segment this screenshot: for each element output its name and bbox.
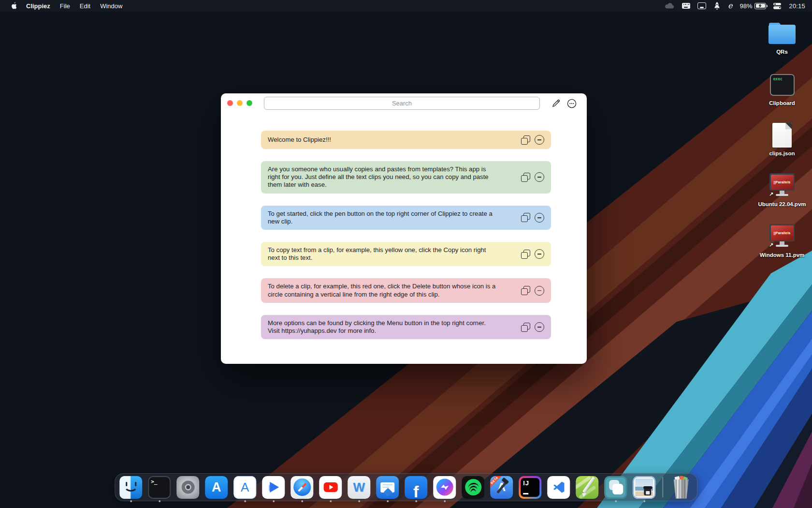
delete-button[interactable] xyxy=(535,172,544,182)
menu-window[interactable]: Window xyxy=(100,2,122,10)
clip-list: Welcome to Clippiez!!! Are you someone w… xyxy=(261,131,551,339)
delete-button[interactable] xyxy=(535,286,544,296)
running-indicator-dot xyxy=(273,500,275,502)
search-input[interactable] xyxy=(264,97,540,110)
system-settings-icon xyxy=(176,476,199,499)
feye-decor xyxy=(135,482,136,486)
delete-button[interactable] xyxy=(535,322,544,332)
dock-item-vscode[interactable] xyxy=(547,476,570,499)
circle-decor xyxy=(569,103,570,104)
menu-edit[interactable]: Edit xyxy=(80,2,90,10)
exec-file-icon: exec xyxy=(770,74,795,96)
dock: >_AAWfABETAIJ xyxy=(115,473,697,501)
desktop-icon-clipboard[interactable]: exec Clipboard xyxy=(753,71,811,106)
new-clip-pen-button[interactable] xyxy=(549,97,563,110)
spotify-icon xyxy=(462,476,484,499)
exec-text-decor: exec xyxy=(773,77,783,81)
dock-item-finder[interactable] xyxy=(119,476,142,499)
delete-button[interactable] xyxy=(535,213,544,223)
vm-base-decor xyxy=(776,245,788,247)
dock-item-clippiez[interactable] xyxy=(604,476,627,499)
menu-file[interactable]: File xyxy=(60,2,70,10)
menu-bar-status: e 98% 20:15 xyxy=(665,2,812,10)
copy-button[interactable] xyxy=(521,213,530,222)
clip-card-1: Welcome to Clippiez!!! xyxy=(261,131,551,149)
cloud-status-icon[interactable] xyxy=(665,2,675,9)
dock-item-terminal[interactable]: >_ xyxy=(148,476,171,499)
dock-item-trash[interactable] xyxy=(670,476,693,499)
battery-percent: 98% xyxy=(740,2,752,10)
c2-decor xyxy=(773,6,781,9)
svg-decor xyxy=(10,2,16,10)
keyboard-status-icon[interactable] xyxy=(682,3,690,9)
fbody-decor xyxy=(768,25,796,44)
dock-item-facebook[interactable]: f xyxy=(405,476,427,499)
desktop-icon-qrs[interactable]: QRs xyxy=(753,19,811,55)
vm-red-decor: ||Parallels xyxy=(771,225,794,240)
dock-item-safari[interactable] xyxy=(290,476,313,499)
close-button[interactable] xyxy=(227,100,233,106)
copy-button[interactable] xyxy=(521,173,530,182)
display-status-icon[interactable] xyxy=(697,2,706,9)
copy-button[interactable] xyxy=(521,250,530,259)
trash-icon xyxy=(670,476,693,499)
dock-item-app-store[interactable]: A xyxy=(205,476,228,499)
desktop-icon-clips-json[interactable]: clips.json xyxy=(753,121,811,156)
menu-ellipsis-button[interactable] xyxy=(565,97,579,110)
battery-icon xyxy=(754,3,766,9)
ptri-decor xyxy=(270,482,279,493)
running-indicator-dot xyxy=(387,500,389,502)
c1-decor xyxy=(773,3,781,6)
desktop-icon-ubuntu-vm[interactable]: ||Parallels ↗ Ubuntu 22.04.pvm xyxy=(753,172,811,207)
clock[interactable]: 20:15 xyxy=(789,2,805,10)
running-indicator-dot xyxy=(159,500,160,502)
clip-text: To copy text from a clip, for example, t… xyxy=(268,246,496,262)
desktop-icon-windows-vm[interactable]: ||Parallels ↗ Windows 11.pvm xyxy=(753,223,811,258)
dock-item-youtube[interactable] xyxy=(319,476,342,499)
dico-box-decor xyxy=(753,19,811,47)
clip-card-6: More options can be found by clicking th… xyxy=(261,315,551,339)
copy-button[interactable] xyxy=(521,323,530,332)
delete-icon xyxy=(535,135,544,145)
copy-icon xyxy=(521,325,528,332)
clip-actions xyxy=(521,135,544,145)
dock-item-play-arrow-app[interactable] xyxy=(262,476,285,499)
dock-item-intellij-idea[interactable]: IJ xyxy=(519,476,541,499)
ijglyph-decor: IJ xyxy=(523,479,529,487)
dock-separator xyxy=(662,477,663,497)
gear-hub-decor xyxy=(186,485,190,489)
clip-card-5: To delete a clip, for example, this red … xyxy=(261,278,551,302)
clip-card-4: To copy text from a clip, for example, t… xyxy=(261,242,551,266)
dock-item-mail[interactable] xyxy=(376,476,399,499)
zoom-button[interactable] xyxy=(246,100,252,106)
copy-button[interactable] xyxy=(521,286,530,295)
dock-item-app-store-outline[interactable]: A xyxy=(233,476,256,499)
dock-item-w-wave-app[interactable]: W xyxy=(348,476,370,499)
script-e-status-icon[interactable]: e xyxy=(728,2,732,10)
delete-button[interactable] xyxy=(535,249,544,259)
delete-icon xyxy=(535,322,544,332)
app-menu-title[interactable]: Clippiez xyxy=(26,2,50,10)
delete-button[interactable] xyxy=(535,135,544,145)
copy-icon xyxy=(521,215,528,222)
desktop-icon-label: QRs xyxy=(753,49,811,55)
w-wave-app-icon: W xyxy=(348,476,370,499)
apple-menu-icon[interactable] xyxy=(10,2,16,10)
parallels-vm-icon: ||Parallels ↗ xyxy=(768,173,796,198)
dock-item-preview-ink[interactable] xyxy=(633,476,655,499)
ml-l1-decor xyxy=(382,484,392,486)
copy-button[interactable] xyxy=(521,135,530,145)
dock-item-messenger[interactable] xyxy=(433,476,456,499)
green-pen-editor-icon xyxy=(576,476,598,499)
control-center-icon[interactable] xyxy=(773,3,782,9)
dock-item-system-settings[interactable] xyxy=(176,476,199,499)
dock-item-green-pen-editor[interactable] xyxy=(576,476,598,499)
vm-brand-decor: ||Parallels xyxy=(774,180,791,184)
dock-item-xcode-beta[interactable]: ABETA xyxy=(490,476,513,499)
vm-base-decor xyxy=(776,194,788,196)
dock-item-spotify[interactable] xyxy=(462,476,484,499)
parallels-rocket-icon[interactable] xyxy=(713,2,721,10)
path-decor xyxy=(665,3,674,8)
battery-status[interactable]: 98% xyxy=(740,2,766,10)
minimize-button[interactable] xyxy=(237,100,243,106)
